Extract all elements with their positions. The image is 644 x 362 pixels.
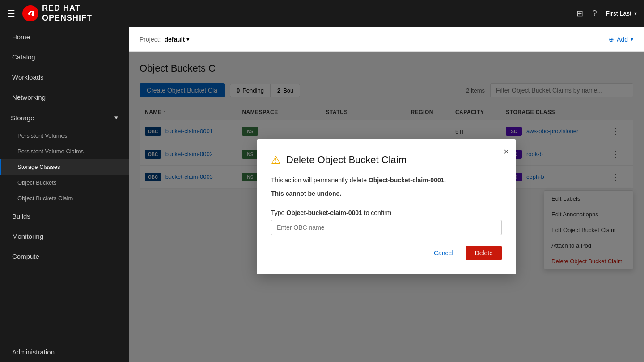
hamburger-menu[interactable]: ☰ bbox=[7, 8, 15, 19]
content-area: Object Buckets C Create Object Bucket Cl… bbox=[129, 52, 644, 362]
storage-chevron-icon: ▾ bbox=[114, 114, 118, 122]
modal-close-button[interactable]: × bbox=[504, 147, 509, 157]
svg-point-0 bbox=[22, 5, 38, 21]
modal-confirm-section: Type Object-bucket-claim-0001 to confirm bbox=[271, 209, 502, 235]
topnav-right: ⊞ ? First Last ▾ bbox=[576, 8, 637, 18]
modal-actions: Cancel Delete bbox=[271, 246, 502, 260]
sidebar-item-home[interactable]: Home bbox=[0, 27, 129, 47]
modal-title: ⚠ Delete Object Bucket Claim bbox=[271, 154, 502, 166]
sidebar-item-builds[interactable]: Builds bbox=[0, 206, 129, 226]
add-chevron-icon: ▾ bbox=[631, 36, 633, 42]
sidebar-item-administration[interactable]: Administration bbox=[0, 342, 129, 362]
user-chevron-icon: ▾ bbox=[634, 10, 637, 17]
add-circle-icon: ⊕ bbox=[609, 36, 614, 43]
sidebar-item-storage-classes[interactable]: Storage Classes bbox=[0, 159, 129, 175]
header-bar: Project: default ▾ ⊕ Add ▾ bbox=[129, 27, 644, 52]
user-name: First Last bbox=[606, 10, 631, 17]
help-icon[interactable]: ? bbox=[592, 9, 597, 18]
project-selector: Project: default ▾ bbox=[140, 36, 189, 43]
grid-icon[interactable]: ⊞ bbox=[576, 8, 583, 18]
modal-confirm-label: Type Object-bucket-claim-0001 to confirm bbox=[271, 209, 502, 216]
project-value[interactable]: default ▾ bbox=[164, 36, 189, 43]
logo: RED HAT OPENSHIFT bbox=[22, 4, 576, 23]
project-chevron-icon: ▾ bbox=[186, 36, 189, 42]
modal-overlay: × ⚠ Delete Object Bucket Claim This acti… bbox=[129, 52, 644, 362]
sidebar-item-monitoring[interactable]: Monitoring bbox=[0, 226, 129, 246]
modal-delete-button[interactable]: Delete bbox=[466, 246, 502, 260]
main-content: Project: default ▾ ⊕ Add ▾ Object Bucket… bbox=[129, 27, 644, 362]
modal-body-line1: This action will permanently delete Obje… bbox=[271, 175, 502, 185]
redhat-logo-icon bbox=[22, 5, 38, 21]
sidebar-item-pv[interactable]: Persistent Volumes bbox=[0, 128, 129, 143]
sidebar: Home Catalog Workloads Networking Storag… bbox=[0, 27, 129, 362]
user-menu[interactable]: First Last ▾ bbox=[606, 10, 637, 17]
sidebar-item-networking[interactable]: Networking bbox=[0, 87, 129, 107]
modal-cancel-button[interactable]: Cancel bbox=[427, 246, 461, 260]
sidebar-item-pvc[interactable]: Persistent Volume Claims bbox=[0, 143, 129, 159]
modal-confirm-input[interactable] bbox=[271, 220, 502, 235]
sidebar-item-workloads[interactable]: Workloads bbox=[0, 67, 129, 87]
modal-warning-icon: ⚠ bbox=[271, 154, 281, 166]
sidebar-item-catalog[interactable]: Catalog bbox=[0, 47, 129, 67]
sidebar-item-object-buckets-claim[interactable]: Object Buckets Claim bbox=[0, 190, 129, 206]
modal-body: This action will permanently delete Obje… bbox=[271, 175, 502, 199]
sidebar-item-object-buckets[interactable]: Object Buckets bbox=[0, 175, 129, 190]
project-label: Project: bbox=[140, 36, 161, 43]
add-button[interactable]: ⊕ Add ▾ bbox=[609, 36, 633, 43]
delete-modal: × ⚠ Delete Object Bucket Claim This acti… bbox=[257, 139, 516, 275]
top-navigation: ☰ RED HAT OPENSHIFT ⊞ ? First Last ▾ bbox=[0, 0, 644, 27]
logo-text: RED HAT OPENSHIFT bbox=[42, 4, 92, 23]
modal-body-line2: This cannot be undone. bbox=[271, 189, 502, 198]
sidebar-item-storage[interactable]: Storage ▾ bbox=[0, 107, 129, 128]
sidebar-item-compute[interactable]: Compute bbox=[0, 246, 129, 266]
